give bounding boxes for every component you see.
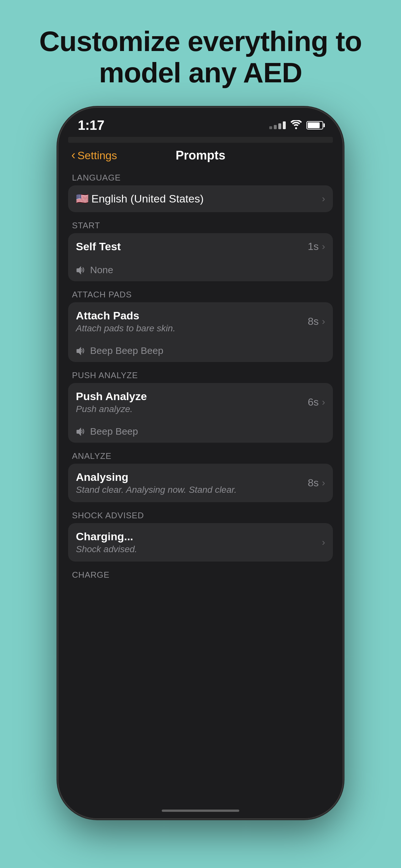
self-test-row[interactable]: Self Test 1s › [68,233,333,260]
screen: 1:17 ‹ Settings [58,108,343,818]
section-language: LANGUAGE 🇺🇸 English (United States) › [68,167,333,212]
self-test-meta: 1s › [308,241,325,252]
chevron-right-icon: › [322,193,325,204]
section-attach-pads: ATTACH PADS Attach Pads Attach pads to b… [68,284,333,362]
charging-title: Charging... [76,530,322,543]
chevron-right-icon: › [322,316,325,327]
section-push-analyze: PUSH ANALYZE Push Analyze Push analyze. … [68,365,333,443]
chevron-right-icon: › [322,537,325,548]
headline-line1: Customize everything to [39,25,362,57]
push-analyze-subtitle: Push analyze. [76,404,308,414]
self-test-main: Self Test [76,240,308,253]
headline-line2: model any AED [99,57,302,89]
section-start: START Self Test 1s › [68,215,333,281]
analysing-title: Analysing [76,471,308,484]
chevron-right-icon: › [322,397,325,407]
analysing-subtitle: Stand clear. Analysing now. Stand clear. [76,485,308,495]
speaker-icon [76,427,86,436]
self-test-audio-row: None [68,260,333,281]
language-value: English (United States) [91,192,322,205]
wifi-icon [290,120,302,130]
attach-pads-audio: Beep Beep Beep [90,345,163,356]
attach-pads-audio-row: Beep Beep Beep [68,341,333,362]
attach-pads-duration: 8s [308,315,319,328]
attach-pads-row[interactable]: Attach Pads Attach pads to bare skin. 8s… [68,302,333,341]
attach-pads-subtitle: Attach pads to bare skin. [76,323,308,334]
push-analyze-title: Push Analyze [76,390,308,403]
push-analyze-audio-row: Beep Beep [68,422,333,443]
section-label-start: START [68,215,333,233]
chevron-right-icon: › [322,241,325,252]
push-analyze-main: Push Analyze Push analyze. [76,390,308,414]
content-area: LANGUAGE 🇺🇸 English (United States) › ST… [58,167,343,804]
card-shock-advised: Charging... Shock advised. › [68,523,333,562]
headline: Customize everything to model any AED [7,0,394,108]
section-label-analyze: ANALYZE [68,445,333,464]
back-label: Settings [78,149,117,162]
card-analyze: Analysing Stand clear. Analysing now. St… [68,464,333,502]
status-time: 1:17 [78,118,104,133]
nav-bar: ‹ Settings Prompts [58,143,343,167]
self-test-title: Self Test [76,240,308,253]
section-label-push-analyze: PUSH ANALYZE [68,365,333,383]
section-label-shock-advised: SHOCK ADVISED [68,505,333,523]
push-analyze-meta: 6s › [308,396,325,408]
analysing-row[interactable]: Analysing Stand clear. Analysing now. St… [68,464,333,502]
chevron-right-icon: › [322,477,325,488]
analysing-duration: 8s [308,477,319,489]
section-analyze: ANALYZE Analysing Stand clear. Analysing… [68,445,333,502]
charging-meta: › [322,537,325,548]
phone-shell: 1:17 ‹ Settings [58,108,343,818]
signal-icon [269,121,286,129]
top-peek [68,137,333,143]
self-test-duration: 1s [308,241,319,252]
section-charge: CHARGE [68,564,333,583]
push-analyze-row[interactable]: Push Analyze Push analyze. 6s › [68,383,333,422]
speaker-icon [76,346,86,355]
section-label-charge: CHARGE [68,564,333,583]
charging-main: Charging... Shock advised. [76,530,322,554]
battery-icon [306,121,323,129]
back-chevron-icon: ‹ [71,148,75,162]
home-indicator [162,810,239,812]
card-language: 🇺🇸 English (United States) › [68,185,333,212]
status-bar: 1:17 [58,108,343,137]
back-button[interactable]: ‹ Settings [71,149,117,162]
section-label-language: LANGUAGE [68,167,333,185]
attach-pads-main: Attach Pads Attach pads to bare skin. [76,309,308,334]
status-icons [269,120,323,130]
section-shock-advised: SHOCK ADVISED Charging... Shock advised.… [68,505,333,562]
language-row[interactable]: 🇺🇸 English (United States) › [68,185,333,212]
charging-subtitle: Shock advised. [76,544,322,554]
charging-row[interactable]: Charging... Shock advised. › [68,523,333,562]
card-attach-pads: Attach Pads Attach pads to bare skin. 8s… [68,302,333,362]
nav-title: Prompts [176,149,225,162]
push-analyze-duration: 6s [308,396,319,408]
flag-icon: 🇺🇸 [76,192,89,205]
analysing-meta: 8s › [308,477,325,489]
analysing-main: Analysing Stand clear. Analysing now. St… [76,471,308,495]
card-start: Self Test 1s › [68,233,333,281]
attach-pads-meta: 8s › [308,315,325,328]
self-test-audio: None [90,265,113,275]
section-label-attach-pads: ATTACH PADS [68,284,333,302]
attach-pads-title: Attach Pads [76,309,308,322]
speaker-icon [76,266,86,275]
card-push-analyze: Push Analyze Push analyze. 6s › [68,383,333,443]
push-analyze-audio: Beep Beep [90,426,138,437]
